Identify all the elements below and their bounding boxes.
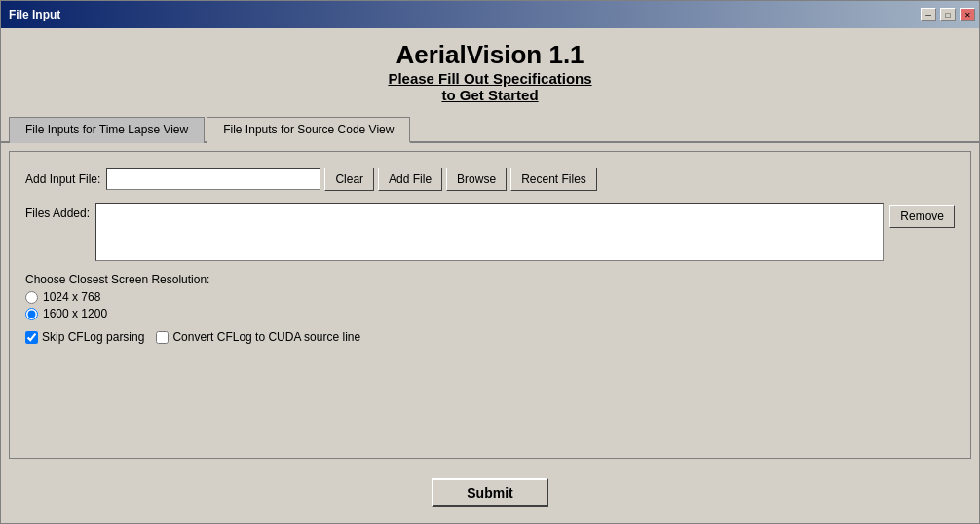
app-subtitle: Please Fill Out Specifications to Get St… [1, 70, 979, 103]
title-bar: File Input ─ □ ✕ [1, 1, 979, 28]
add-input-field[interactable] [106, 168, 320, 190]
tab-bar: File Inputs for Time Lapse View File Inp… [1, 115, 979, 143]
label-1600x1200: 1600 x 1200 [43, 307, 107, 320]
checkbox-row: Skip CFLog parsing Convert CFLog to CUDA… [25, 330, 955, 344]
close-button[interactable]: ✕ [960, 8, 975, 21]
convert-cflog-item: Convert CFLog to CUDA source line [156, 330, 360, 344]
main-window: File Input ─ □ ✕ AerialVision 1.1 Please… [0, 0, 980, 524]
skip-cflog-label: Skip CFLog parsing [42, 330, 144, 344]
tab-sourcecode[interactable]: File Inputs for Source Code View [207, 117, 410, 143]
title-bar-controls: ─ □ ✕ [921, 8, 975, 21]
resolution-radio-1600: 1600 x 1200 [25, 307, 955, 320]
browse-button[interactable]: Browse [446, 168, 507, 191]
remove-button[interactable]: Remove [889, 205, 955, 228]
title-bar-text: File Input [9, 8, 60, 21]
radio-1024x768[interactable] [25, 291, 38, 304]
resolution-label: Choose Closest Screen Resolution: [25, 273, 955, 286]
tab-timelapse[interactable]: File Inputs for Time Lapse View [9, 117, 205, 143]
maximize-button[interactable]: □ [940, 8, 956, 21]
skip-cflog-item: Skip CFLog parsing [25, 330, 144, 344]
clear-button[interactable]: Clear [324, 168, 374, 191]
source-code-panel: Add Input File: Clear Add File Browse Re… [9, 151, 971, 459]
minimize-button[interactable]: ─ [921, 8, 936, 21]
footer: Submit [1, 467, 979, 523]
files-added-textarea[interactable] [95, 203, 884, 261]
convert-cflog-label: Convert CFLog to CUDA source line [172, 330, 360, 344]
radio-1600x1200[interactable] [25, 308, 38, 320]
files-added-label: Files Added: [25, 206, 90, 220]
add-file-button[interactable]: Add File [378, 168, 442, 191]
recent-files-button[interactable]: Recent Files [510, 168, 597, 191]
convert-cflog-checkbox[interactable] [156, 331, 169, 344]
app-title: AerialVision 1.1 [1, 40, 979, 70]
subtitle-line1: Please Fill Out Specifications [388, 70, 591, 87]
add-input-label: Add Input File: [25, 172, 100, 186]
label-1024x768: 1024 x 768 [43, 290, 100, 304]
tab-content: Add Input File: Clear Add File Browse Re… [1, 143, 979, 467]
add-input-row: Add Input File: Clear Add File Browse Re… [25, 168, 955, 191]
submit-button[interactable]: Submit [432, 478, 548, 507]
window-content: AerialVision 1.1 Please Fill Out Specifi… [1, 28, 979, 523]
resolution-radio-1024: 1024 x 768 [25, 290, 955, 304]
files-added-row: Files Added: Remove [25, 203, 955, 261]
app-header: AerialVision 1.1 Please Fill Out Specifi… [1, 28, 979, 111]
subtitle-line2: to Get Started [441, 87, 538, 103]
skip-cflog-checkbox[interactable] [25, 331, 38, 344]
resolution-section: Choose Closest Screen Resolution: 1024 x… [25, 273, 955, 320]
